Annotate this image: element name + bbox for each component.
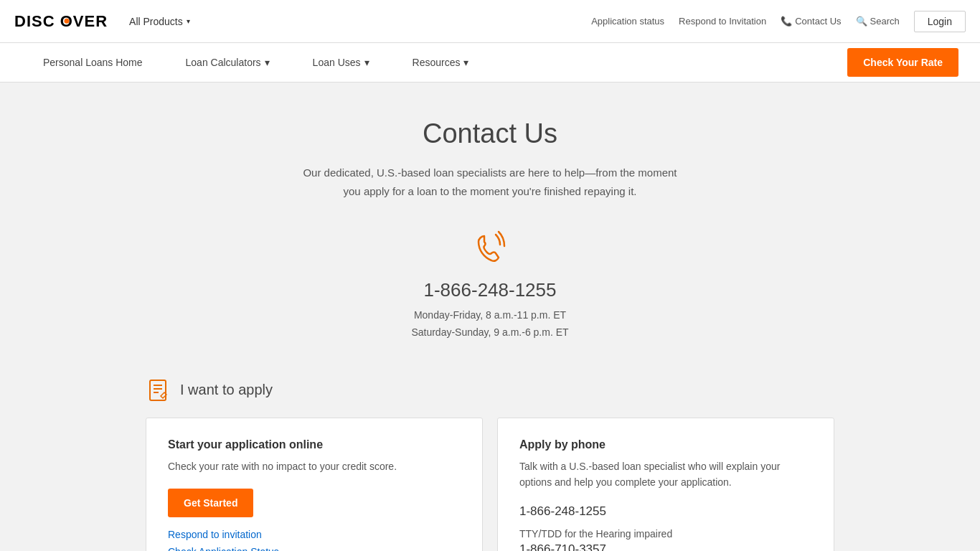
loan-calculators-link[interactable]: Loan Calculators ▾ xyxy=(164,44,291,81)
loan-uses-label: Loan Uses xyxy=(313,57,361,68)
resources-link[interactable]: Resources ▾ xyxy=(391,44,491,81)
personal-loans-home-link[interactable]: Personal Loans Home xyxy=(22,44,164,81)
all-products-button[interactable]: All Products ▾ xyxy=(122,12,197,31)
logo-text: DISC OVER xyxy=(14,12,108,31)
loan-calculators-label: Loan Calculators xyxy=(186,57,261,68)
chevron-down-icon: ▾ xyxy=(265,57,270,68)
card2-phone: 1-866-248-1255 xyxy=(519,504,812,519)
secondary-navigation: Personal Loans Home Loan Calculators ▾ L… xyxy=(0,43,980,83)
card2-description: Talk with a U.S.-based loan specialist w… xyxy=(519,458,812,491)
hours-weekend: Saturday-Sunday, 9 a.m.-6 p.m. ET xyxy=(146,324,834,342)
card2-tty-phone: 1-866-710-3357 xyxy=(519,542,812,551)
phone-hours: Monday-Friday, 8 a.m.-11 p.m. ET Saturda… xyxy=(146,307,834,342)
loan-uses-link[interactable]: Loan Uses ▾ xyxy=(291,44,391,81)
hours-weekday: Monday-Friday, 8 a.m.-11 p.m. ET xyxy=(146,307,834,324)
chevron-down-icon: ▾ xyxy=(364,57,369,68)
phone-application-card: Apply by phone Talk with a U.S.-based lo… xyxy=(497,418,834,551)
get-started-button[interactable]: Get Started xyxy=(168,489,253,517)
search-label: Search xyxy=(870,16,900,27)
card2-tty-desc: TTY/TDD for the Hearing impaired xyxy=(519,526,812,542)
chevron-down-icon: ▾ xyxy=(187,17,190,25)
card2-title: Apply by phone xyxy=(519,438,812,451)
cards-grid: Start your application online Check your… xyxy=(146,418,834,551)
contact-us-label: Contact Us xyxy=(795,16,841,27)
respond-to-invitation-link[interactable]: Respond to Invitation xyxy=(679,16,766,27)
subtitle-line1: Our dedicated, U.S.-based loan specialis… xyxy=(303,166,677,179)
phone-icon: 📞 xyxy=(781,16,792,27)
discover-logo: DISC OVER xyxy=(14,12,108,31)
login-button[interactable]: Login xyxy=(914,11,966,32)
subtitle-line2: you apply for a loan to the moment you'r… xyxy=(344,185,637,197)
main-phone-number: 1-866-248-1255 xyxy=(146,279,834,301)
apply-section: I want to apply Start your application o… xyxy=(146,377,834,551)
check-application-status-link[interactable]: Check Application Status xyxy=(168,546,461,551)
page-subtitle: Our dedicated, U.S.-based loan specialis… xyxy=(146,164,834,200)
contact-us-link[interactable]: 📞 Contact Us xyxy=(781,16,841,27)
apply-section-title: I want to apply xyxy=(180,382,273,398)
card1-title: Start your application online xyxy=(168,438,461,451)
apply-icon xyxy=(146,377,171,403)
secondary-nav-links: Personal Loans Home Loan Calculators ▾ L… xyxy=(22,44,847,81)
resources-label: Resources xyxy=(413,57,461,68)
page-title: Contact Us xyxy=(146,118,834,149)
check-your-rate-button[interactable]: Check Your Rate xyxy=(847,48,958,77)
all-products-label: All Products xyxy=(129,16,183,27)
respond-to-invitation-card-link[interactable]: Respond to invitation xyxy=(168,529,461,540)
top-nav-links: Application status Respond to Invitation… xyxy=(591,11,966,32)
logo-area: DISC OVER xyxy=(14,12,108,31)
logo-o: O xyxy=(60,12,73,31)
top-navigation: DISC OVER All Products ▾ Application sta… xyxy=(0,0,980,43)
application-status-link[interactable]: Application status xyxy=(591,16,664,27)
card1-description: Check your rate with no impact to your c… xyxy=(168,458,461,474)
section-header: I want to apply xyxy=(146,377,834,403)
search-icon: 🔍 xyxy=(856,16,867,27)
phone-ringing-icon xyxy=(468,229,512,268)
main-content: Contact Us Our dedicated, U.S.-based loa… xyxy=(131,83,849,551)
phone-section: 1-866-248-1255 Monday-Friday, 8 a.m.-11 … xyxy=(146,229,834,342)
chevron-down-icon: ▾ xyxy=(463,57,468,68)
search-link[interactable]: 🔍 Search xyxy=(856,16,900,27)
online-application-card: Start your application online Check your… xyxy=(146,418,483,551)
